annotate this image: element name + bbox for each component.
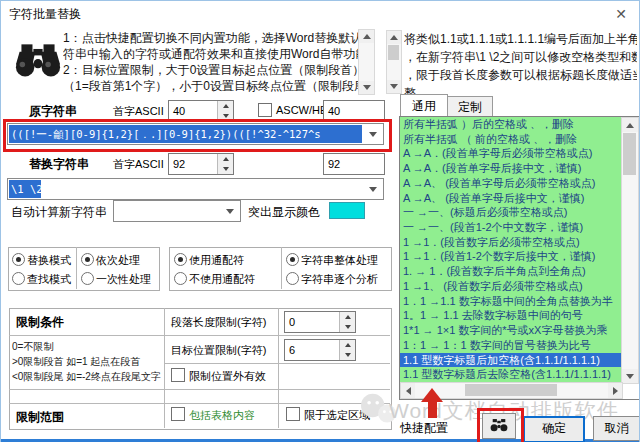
radio-use-wildcards-label: 使用通配符 — [189, 253, 244, 268]
radio-sequential[interactable] — [81, 253, 94, 266]
list-item[interactable]: 1.1 型数字标题后去除空格(含1.1.1/1.1.1.1) — [400, 367, 621, 382]
close-icon[interactable]: ✕ — [605, 3, 637, 25]
spinner-up-icon[interactable] — [340, 312, 355, 322]
list-item[interactable]: A →A．(段首单字母后必须带空格或点) — [400, 146, 621, 161]
include-table-checkbox[interactable] — [171, 407, 185, 421]
chevron-down-icon[interactable] — [369, 132, 377, 137]
selection-only-checkbox[interactable] — [286, 407, 300, 421]
scroll-right-icon[interactable] — [608, 383, 622, 398]
chevron-down-icon[interactable] — [369, 187, 377, 192]
replace-hex-field[interactable]: 92 — [323, 153, 385, 175]
scroll-down-icon[interactable] — [622, 369, 638, 383]
radio-whole-string[interactable] — [286, 253, 299, 266]
list-item[interactable]: A →A、 (段首单字母后接中文，谨慎) — [400, 191, 621, 206]
radio-replace-mode-label: 替换模式 — [27, 253, 71, 268]
list-item[interactable]: 1*1 → 1×1 数字间的*号或xX字母替换为乘 — [400, 323, 621, 338]
original-pattern-combobox[interactable]: (([!一-龥][0-9]{1,2}[．.][0-9]{1,2})(([!^32… — [7, 123, 384, 145]
divider — [278, 308, 279, 428]
list-item[interactable]: 1 →1、 (段首数字后必须带空格或点) — [400, 279, 621, 294]
scroll-left-icon[interactable] — [401, 383, 415, 398]
list-item[interactable]: 所有半括弧 （ 前的空格或 、，删除 — [400, 132, 621, 147]
divider — [9, 403, 390, 404]
spinner-down-icon[interactable] — [218, 164, 233, 174]
radio-whole-string-label: 字符串整体处理 — [301, 253, 378, 268]
target-pos-spinner[interactable]: 6 — [284, 339, 356, 361]
outside-position-checkbox[interactable] — [171, 368, 185, 382]
original-string-label: 原字符串 — [29, 103, 77, 120]
scrollbar-thumb[interactable] — [623, 133, 636, 175]
spinner-up-icon[interactable] — [218, 154, 233, 164]
scroll-up-icon[interactable] — [359, 30, 374, 43]
first-ascii-label: 首字ASCII — [113, 157, 164, 172]
para-length-spinner[interactable]: 0 — [284, 311, 356, 333]
list-item[interactable]: 1 →1．(段首1-2个数字后接中文，谨慎) — [400, 249, 621, 264]
divider — [164, 363, 390, 364]
ascw-hex-checkbox[interactable] — [258, 103, 272, 117]
list-item[interactable]: 1 →1．(段首数字后必须带空格或点) — [400, 235, 621, 250]
divider — [76, 247, 77, 289]
radio-find-mode-label: 查找模式 — [27, 272, 71, 287]
scroll-down-icon[interactable] — [387, 80, 401, 93]
list-vertical-scrollbar[interactable] — [621, 117, 639, 384]
tab-custom[interactable]: 定制 — [447, 96, 493, 117]
cancel-button[interactable]: 取消 — [593, 416, 640, 441]
radio-find-mode[interactable] — [12, 272, 25, 285]
highlight-color-label: 突出显示颜色 — [248, 204, 320, 221]
radio-sequential-label: 依次处理 — [96, 253, 140, 268]
quick-config-items: 所有半括弧 ）后的空格或 、，删除 所有半括弧 （ 前的空格或 、，删除 A →… — [400, 117, 621, 382]
outside-position-label: 限制位置外有效 — [189, 369, 266, 384]
list-item[interactable]: 所有半括弧 ）后的空格或 、，删除 — [400, 117, 621, 132]
divider — [281, 247, 282, 289]
replace-pattern-combobox[interactable]: \1 \2 — [7, 178, 384, 200]
dialog-character-batch-replace: 字符批量替换 ✕ 1：点击快捷配置切换不同内置功能，选择Word替换默认配置时在… — [0, 0, 640, 442]
spinner-down-icon[interactable] — [340, 350, 355, 360]
list-item[interactable]: A →A．(段首单字母后接中文，谨慎) — [400, 161, 621, 176]
scope-section-label: 限制范围 — [16, 409, 64, 426]
radio-one-time-label: 一次性处理 — [96, 272, 151, 287]
spinner-up-icon[interactable] — [218, 101, 233, 111]
spinner-down-icon[interactable] — [340, 322, 355, 332]
replace-ascii-spinner[interactable]: 92 — [168, 153, 234, 175]
para-length-label: 段落长度限制(字符) — [171, 315, 266, 330]
spinner-up-icon[interactable] — [340, 340, 355, 350]
replace-pattern-value: \1 \2 — [9, 180, 41, 198]
radio-no-wildcards[interactable] — [174, 272, 187, 285]
help-left-scrollbar[interactable] — [358, 29, 375, 95]
annotation-arrow-up — [421, 388, 443, 402]
scroll-up-icon[interactable] — [387, 31, 401, 44]
list-item-selected[interactable]: 1.1 型数字标题后加空格(含1.1.1/1.1.1.1) — [400, 353, 621, 368]
list-item[interactable]: 1：1 → 1：1 数字间的冒号替换为比号 — [400, 338, 621, 353]
list-item[interactable]: 一 →一、(标题后必须带空格或点) — [400, 205, 621, 220]
list-item[interactable]: 一 →一、(段首1-2个中文数字，谨慎) — [400, 220, 621, 235]
first-ascii-label: 首字ASCII — [113, 104, 164, 119]
auto-calc-label: 自动计算新字符串 — [11, 204, 107, 221]
include-table-label: 包括表格内容 — [189, 408, 255, 423]
limit-note: >0限制段首 如=1 起点在段首 — [12, 355, 140, 369]
limit-note: <0限制段尾 如=-2终点在段尾文字 — [12, 370, 161, 384]
radio-analyze-each[interactable] — [286, 272, 299, 285]
help-right-scrollbar[interactable] — [386, 30, 402, 94]
scroll-down-icon[interactable] — [359, 81, 374, 94]
divider — [9, 335, 390, 336]
auto-calc-combobox[interactable] — [113, 200, 241, 222]
radio-replace-mode[interactable] — [12, 253, 25, 266]
list-item[interactable]: A →A、 (段首单字母后必须带空格或点) — [400, 176, 621, 191]
scroll-up-icon[interactable] — [622, 118, 638, 132]
list-item[interactable]: 1．1 →1.1 数字标题中间的全角点替换为半 — [400, 294, 621, 309]
scrollbar-thumb[interactable] — [465, 384, 557, 396]
chevron-down-icon[interactable] — [226, 209, 234, 214]
highlight-color-swatch[interactable] — [329, 202, 365, 219]
radio-analyze-each-label: 字符串逐个分析 — [301, 272, 378, 287]
dialog-title: 字符批量替换 — [9, 6, 81, 23]
radio-use-wildcards[interactable] — [174, 253, 187, 266]
limit-note: 0=不限制 — [12, 340, 53, 354]
ok-button[interactable]: 确定 — [523, 416, 585, 442]
target-pos-label: 目标位置限制(字符) — [171, 343, 266, 358]
tab-general[interactable]: 通用 — [400, 94, 448, 117]
list-item[interactable]: 1。1 → 1.1 去除数字标题中间的句号 — [400, 308, 621, 323]
radio-one-time[interactable] — [81, 272, 94, 285]
scrollbar-thumb[interactable] — [388, 45, 399, 60]
original-pattern-value: (([!一-龥][0-9]{1,2}[．.][0-9]{1,2})(([!^32… — [9, 125, 362, 143]
list-item[interactable]: 1. → 1．(段首数字后半角点到全角点) — [400, 264, 621, 279]
binoculars-icon — [15, 41, 61, 79]
